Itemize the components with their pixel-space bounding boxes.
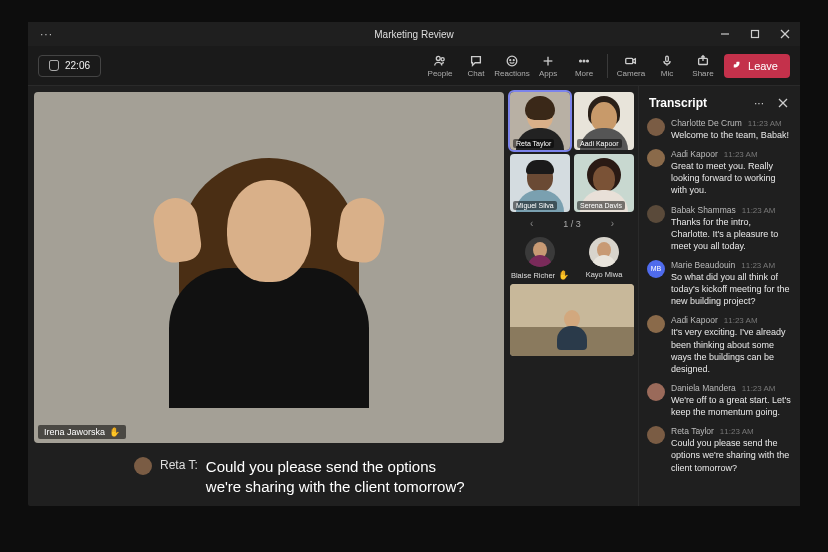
svg-point-13 (587, 60, 589, 62)
transcript-list[interactable]: Charlotte De Crum11:23 AMWelcome to the … (639, 118, 800, 506)
transcript-avatar (647, 315, 665, 333)
reactions-button[interactable]: Reactions (495, 54, 529, 78)
raised-hand-icon: ✋ (558, 270, 569, 280)
chat-button[interactable]: Chat (459, 54, 493, 78)
svg-point-4 (436, 56, 440, 60)
transcript-more-button[interactable]: ··· (750, 94, 768, 112)
svg-point-11 (580, 60, 582, 62)
transcript-entry: Aadi Kapoor11:23 AMGreat to meet you. Re… (647, 149, 792, 196)
maximize-button[interactable] (740, 22, 770, 46)
plus-icon (541, 54, 555, 68)
transcript-time: 11:23 AM (742, 206, 776, 215)
avatar-cell[interactable]: Kayo Miwa (574, 237, 634, 280)
transcript-avatar (647, 149, 665, 167)
transcript-author: Daniela Mandera (671, 383, 736, 393)
transcript-title: Transcript (649, 96, 744, 110)
window-title: Marketing Review (374, 29, 453, 40)
caption-speaker-name: Reta T: (160, 457, 198, 472)
transcript-text: Thanks for the intro, Charlotte. It's a … (671, 216, 792, 252)
transcript-entry: Aadi Kapoor11:23 AMIt's very exciting. I… (647, 315, 792, 375)
transcript-text: Could you please send the options we're … (671, 437, 792, 473)
close-button[interactable] (770, 22, 800, 46)
gallery-pager: ‹ 1 / 3 › (510, 216, 634, 233)
main-speaker-name-tag: Irena Jaworska ✋ (38, 425, 126, 439)
app-menu-button[interactable]: ··· (28, 27, 53, 41)
transcript-author: Marie Beaudouin (671, 260, 735, 270)
transcript-text: We're off to a great start. Let's keep t… (671, 394, 792, 418)
ellipsis-icon (577, 54, 591, 68)
transcript-entry: Reta Taylor11:23 AMCould you please send… (647, 426, 792, 473)
gallery-tile[interactable]: Aadi Kapoor (574, 92, 634, 150)
mic-button[interactable]: Mic (650, 54, 684, 78)
transcript-text: It's very exciting. I've already been th… (671, 326, 792, 375)
svg-point-7 (510, 59, 511, 60)
transcript-time: 11:23 AM (742, 384, 776, 393)
svg-point-6 (507, 56, 517, 66)
timer-text: 22:06 (65, 60, 90, 71)
gallery-tile[interactable]: Miguel Silva (510, 154, 570, 212)
transcript-panel: Transcript ··· Charlotte De Crum11:23 AM… (638, 86, 800, 506)
transcript-avatar: MB (647, 260, 665, 278)
transcript-entry: Babak Shammas11:23 AMThanks for the intr… (647, 205, 792, 252)
more-button[interactable]: More (567, 54, 601, 78)
meeting-toolbar: 22:06 People Chat Reactions Apps More (28, 46, 800, 86)
transcript-time: 11:23 AM (741, 261, 775, 270)
shield-icon (49, 60, 59, 71)
transcript-time: 11:23 AM (720, 427, 754, 436)
main-stage: Irena Jaworska ✋ Reta T: Could you pleas… (28, 86, 510, 506)
gallery-tile[interactable]: Serena Davis (574, 154, 634, 212)
raised-hand-icon: ✋ (109, 427, 120, 437)
avatar-cell[interactable]: Blaise Richer✋ (510, 237, 570, 280)
transcript-close-button[interactable] (774, 94, 792, 112)
camera-button[interactable]: Camera (614, 54, 648, 78)
transcript-author: Aadi Kapoor (671, 149, 718, 159)
participant-gallery: Reta Taylor Aadi Kapoor Miguel Silva (510, 86, 638, 506)
gallery-tile[interactable]: Reta Taylor (510, 92, 570, 150)
pager-next-button[interactable]: › (611, 218, 614, 229)
room-overflow-tile[interactable] (510, 284, 634, 356)
transcript-text: So what did you all think of today's kic… (671, 271, 792, 307)
live-caption: Reta T: Could you please send the option… (34, 443, 504, 506)
svg-point-5 (441, 57, 444, 60)
transcript-text: Welcome to the team, Babak! (671, 129, 792, 141)
main-video[interactable]: Irena Jaworska ✋ (34, 92, 504, 443)
svg-rect-14 (626, 58, 633, 63)
transcript-author: Charlotte De Crum (671, 118, 742, 128)
svg-point-12 (583, 60, 585, 62)
people-button[interactable]: People (423, 54, 457, 78)
mic-icon (660, 54, 674, 68)
pager-prev-button[interactable]: ‹ (530, 218, 533, 229)
transcript-avatar (647, 426, 665, 444)
leave-button[interactable]: Leave (724, 54, 790, 78)
meeting-timer[interactable]: 22:06 (38, 55, 101, 77)
phone-down-icon (730, 57, 747, 74)
title-bar: ··· Marketing Review (28, 22, 800, 46)
transcript-time: 11:23 AM (724, 150, 758, 159)
apps-button[interactable]: Apps (531, 54, 565, 78)
toolbar-divider (607, 54, 608, 78)
svg-point-8 (513, 59, 514, 60)
transcript-entry: MBMarie Beaudouin11:23 AMSo what did you… (647, 260, 792, 307)
transcript-time: 11:23 AM (724, 316, 758, 325)
transcript-entry: Charlotte De Crum11:23 AMWelcome to the … (647, 118, 792, 141)
share-icon (696, 54, 710, 68)
share-button[interactable]: Share (686, 54, 720, 78)
app-window: ··· Marketing Review 22:06 People Chat (28, 22, 800, 506)
transcript-entry: Daniela Mandera11:23 AMWe're off to a gr… (647, 383, 792, 418)
transcript-text: Great to meet you. Really looking forwar… (671, 160, 792, 196)
transcript-author: Reta Taylor (671, 426, 714, 436)
caption-avatar (134, 457, 152, 475)
caption-text: Could you please send the options we're … (206, 457, 474, 496)
camera-icon (624, 54, 638, 68)
transcript-avatar (647, 205, 665, 223)
transcript-avatar (647, 118, 665, 136)
svg-rect-15 (666, 56, 669, 61)
transcript-time: 11:23 AM (748, 119, 782, 128)
minimize-button[interactable] (710, 22, 740, 46)
transcript-author: Babak Shammas (671, 205, 736, 215)
svg-rect-1 (752, 31, 759, 38)
people-icon (433, 54, 447, 68)
main-speaker-figure (139, 128, 399, 408)
pager-label: 1 / 3 (563, 219, 581, 229)
chat-icon (469, 54, 483, 68)
